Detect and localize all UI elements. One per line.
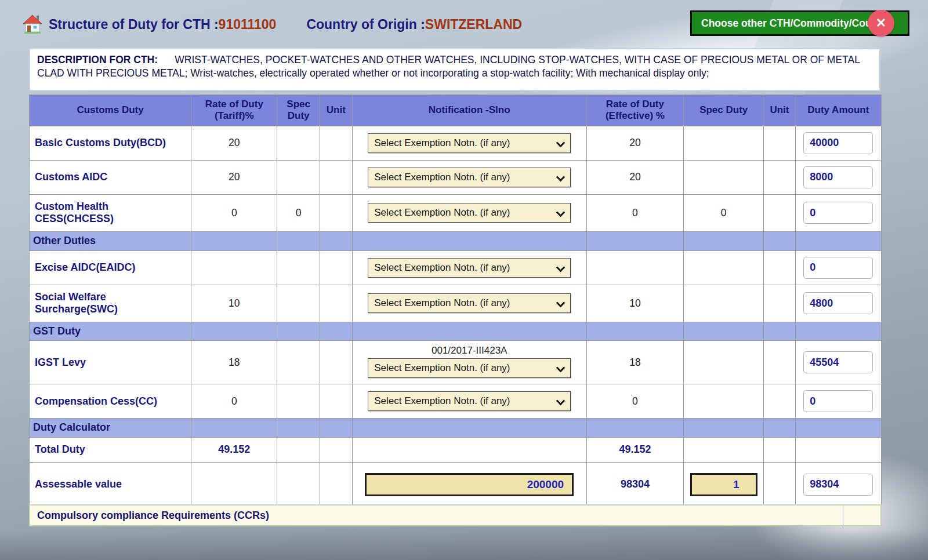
cell-spec1 bbox=[277, 384, 320, 419]
exemption-notification-select[interactable]: Select Exemption Notn. (if any) bbox=[368, 203, 571, 223]
close-icon[interactable]: ✕ bbox=[868, 10, 894, 37]
cell-effective: 20 bbox=[586, 126, 683, 160]
duty-row-label: Compensation Cess(CC) bbox=[30, 384, 191, 419]
cell-tariff bbox=[191, 419, 277, 438]
cell-spec2: 0 bbox=[684, 194, 764, 231]
description-label: DESCRIPTION FOR CTH: bbox=[37, 54, 175, 66]
cell-notif: Select Exemption Notn. (if any) bbox=[352, 194, 586, 231]
duty-row-label: Duty Calculator bbox=[30, 419, 191, 438]
exemption-notification-select[interactable]: Select Exemption Notn. (if any) bbox=[368, 391, 571, 411]
cell-unit2 bbox=[764, 160, 795, 194]
cell-spec1 bbox=[277, 341, 320, 384]
cell-amount bbox=[795, 126, 881, 160]
chevron-down-icon bbox=[556, 398, 564, 405]
cell-amount bbox=[795, 384, 881, 419]
section-row: GST Duty bbox=[30, 322, 882, 341]
duty-amount-input[interactable] bbox=[803, 166, 873, 188]
duty-row-label: Assessable value bbox=[30, 462, 191, 507]
duty-amount-input[interactable] bbox=[803, 292, 873, 314]
column-header: Rate of Duty (Effective) % bbox=[586, 95, 683, 126]
cell-unit2 bbox=[764, 250, 795, 285]
cell-unit1 bbox=[320, 384, 352, 419]
duty-row: Total Duty49.15249.152 bbox=[30, 437, 882, 462]
cell-amount bbox=[795, 437, 881, 462]
cell-unit1 bbox=[320, 341, 352, 384]
duty-row: Social Welfare Surcharge(SWC)10Select Ex… bbox=[30, 285, 882, 322]
duty-table: Customs DutyRate of Duty (Tariff)%Spec D… bbox=[29, 94, 882, 507]
ccr-bar: Compulsory compliance Requirements (CCRs… bbox=[29, 504, 882, 526]
cell-notif bbox=[352, 437, 586, 462]
cell-tariff: 49.152 bbox=[191, 437, 277, 462]
cell-unit2 bbox=[764, 462, 795, 507]
cell-unit2 bbox=[764, 341, 795, 384]
cell-spec1 bbox=[277, 126, 320, 160]
duty-row-label: Total Duty bbox=[30, 437, 191, 462]
cell-effective bbox=[586, 322, 683, 341]
column-header: Unit bbox=[764, 95, 795, 126]
chevron-down-icon bbox=[556, 140, 564, 147]
duty-row-label: Excise AIDC(EAIDC) bbox=[30, 250, 191, 285]
cell-spec1 bbox=[277, 419, 320, 438]
cell-unit2 bbox=[764, 384, 795, 419]
cell-amount bbox=[795, 419, 881, 438]
cell-spec2 bbox=[684, 231, 764, 250]
duty-amount-input[interactable] bbox=[803, 390, 873, 412]
exemption-notification-select[interactable]: Select Exemption Notn. (if any) bbox=[368, 133, 571, 153]
cell-unit1 bbox=[320, 462, 352, 507]
notification-number: 001/2017-III423A bbox=[356, 345, 583, 357]
cell-unit1 bbox=[320, 194, 352, 231]
cell-amount bbox=[795, 231, 881, 250]
cell-unit1 bbox=[320, 437, 352, 462]
section-row: Duty Calculator bbox=[30, 419, 882, 438]
cell-spec2 bbox=[684, 322, 764, 341]
chevron-down-icon bbox=[556, 174, 564, 181]
exemption-notification-select[interactable]: Select Exemption Notn. (if any) bbox=[368, 358, 571, 378]
home-icon[interactable] bbox=[22, 14, 43, 34]
duty-amount-input[interactable] bbox=[803, 474, 873, 496]
cell-unit2 bbox=[764, 322, 795, 341]
cell-tariff bbox=[191, 322, 277, 341]
cell-spec2 bbox=[684, 341, 764, 384]
section-row: Other Duties bbox=[30, 231, 882, 250]
cell-spec2 bbox=[684, 462, 764, 507]
header-row: Customs DutyRate of Duty (Tariff)%Spec D… bbox=[30, 95, 882, 126]
cell-unit1 bbox=[320, 285, 352, 322]
cell-effective: 10 bbox=[586, 285, 683, 322]
exemption-notification-select[interactable]: Select Exemption Notn. (if any) bbox=[368, 168, 571, 187]
cell-notif: Select Exemption Notn. (if any) bbox=[352, 126, 586, 160]
duty-amount-input[interactable] bbox=[803, 202, 873, 224]
column-header: Spec Duty bbox=[277, 95, 320, 126]
ccr-link[interactable]: Compulsory compliance Requirements (CCRs… bbox=[30, 506, 843, 525]
cell-tariff: 18 bbox=[191, 341, 277, 384]
cell-spec1 bbox=[277, 462, 320, 507]
duty-row: Custom Health CESS(CHCESS)00Select Exemp… bbox=[30, 194, 882, 231]
cell-spec1 bbox=[277, 437, 320, 462]
cell-tariff: 0 bbox=[191, 194, 277, 231]
duty-row: IGST Levy18001/2017-III423ASelect Exempt… bbox=[30, 341, 882, 384]
select-value: Select Exemption Notn. (if any) bbox=[374, 297, 510, 309]
column-header: Duty Amount bbox=[795, 95, 881, 126]
cell-effective: 20 bbox=[586, 160, 683, 194]
cell-notif: Select Exemption Notn. (if any) bbox=[352, 384, 586, 419]
cell-spec2 bbox=[684, 160, 764, 194]
assessable-value-input[interactable] bbox=[365, 473, 574, 496]
duty-amount-input[interactable] bbox=[803, 257, 873, 279]
select-value: Select Exemption Notn. (if any) bbox=[374, 207, 510, 219]
duty-amount-input[interactable] bbox=[803, 132, 873, 154]
cell-unit2 bbox=[764, 231, 795, 250]
cell-unit2 bbox=[764, 285, 795, 322]
exemption-notification-select[interactable]: Select Exemption Notn. (if any) bbox=[368, 293, 571, 313]
duty-row-label: Social Welfare Surcharge(SWC) bbox=[30, 285, 191, 322]
select-value: Select Exemption Notn. (if any) bbox=[374, 362, 510, 374]
exemption-notification-select[interactable]: Select Exemption Notn. (if any) bbox=[368, 258, 571, 278]
cell-spec1 bbox=[277, 285, 320, 322]
cell-effective bbox=[586, 250, 683, 285]
cell-amount bbox=[795, 160, 881, 194]
chevron-down-icon bbox=[556, 264, 564, 271]
cell-spec2 bbox=[684, 437, 764, 462]
cell-spec1 bbox=[277, 231, 320, 250]
cell-amount bbox=[795, 250, 881, 285]
spec-duty-input[interactable] bbox=[690, 473, 757, 496]
duty-table-header: Customs DutyRate of Duty (Tariff)%Spec D… bbox=[30, 95, 882, 126]
duty-amount-input[interactable] bbox=[803, 351, 873, 373]
